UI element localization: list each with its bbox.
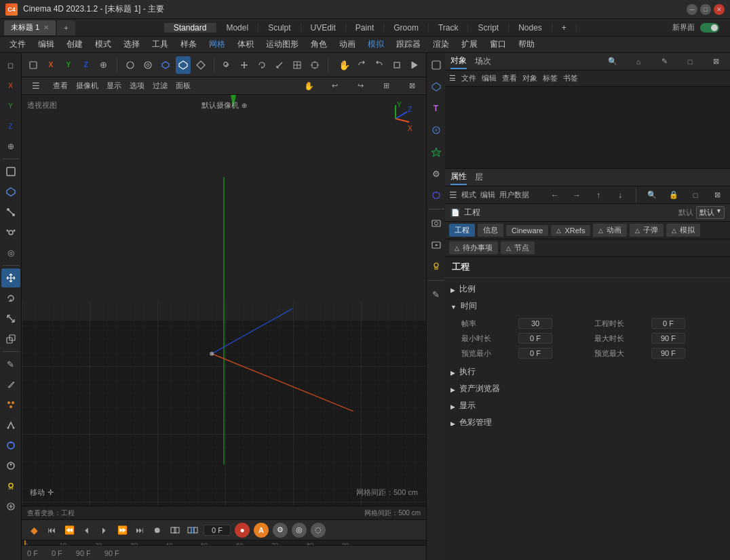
tl-motion-btn[interactable]: ◎ — [292, 523, 307, 538]
tab-properties[interactable]: 属性 — [450, 169, 467, 185]
tag-todo[interactable]: △ 待办事项 — [449, 241, 498, 254]
vp-icon-diamond[interactable] — [193, 56, 208, 74]
obj-tool-tags[interactable]: 标签 — [543, 73, 558, 83]
tool-edge-mode[interactable] — [1, 203, 20, 222]
vp-icon-hand[interactable]: ✋ — [337, 56, 351, 74]
menu-spline[interactable]: 样条 — [175, 37, 202, 52]
menu-mograph[interactable]: 运动图形 — [261, 37, 304, 52]
tl-settings-btn[interactable]: ⚙ — [273, 523, 288, 538]
strip-camera[interactable] — [427, 214, 446, 233]
tab-close-button[interactable]: ✕ — [43, 24, 49, 31]
prop-tool-edit[interactable]: 编辑 — [480, 190, 495, 200]
tag-animation[interactable]: △ 动画 — [593, 224, 627, 237]
menu-simulate[interactable]: 模拟 — [362, 37, 389, 52]
menu-render[interactable]: 渲染 — [427, 37, 455, 52]
tl-play-fwd-btn[interactable]: ⏵ — [98, 523, 111, 537]
mode-groom[interactable]: Groom — [384, 23, 429, 33]
prop-nav-left[interactable]: ← — [546, 186, 564, 204]
obj-expand-icon[interactable]: □ — [681, 53, 699, 71]
tool-select[interactable]: ◻ — [1, 56, 20, 75]
obj-tool-object[interactable]: 对象 — [522, 73, 537, 83]
obj-search-icon[interactable]: 🔍 — [604, 53, 621, 71]
vp-icon-undo2[interactable]: ↩ — [326, 77, 343, 95]
tl-prev-key-btn[interactable]: ⏪ — [62, 523, 76, 537]
tl-start-btn[interactable]: ⏮ — [45, 523, 58, 537]
strip-fx[interactable] — [427, 142, 446, 161]
viewport-canvas[interactable]: 透视视图 默认摄像机 ⊕ Y Z X — [22, 95, 426, 506]
menu-edit[interactable]: 编辑 — [33, 37, 60, 52]
mode-model[interactable]: Model — [216, 23, 258, 33]
vp-icon-snap[interactable] — [307, 56, 322, 74]
menu-tracker[interactable]: 跟踪器 — [391, 37, 426, 52]
tool-deformer[interactable] — [1, 416, 20, 435]
new-interface-switch[interactable] — [700, 23, 719, 33]
strip-light[interactable] — [427, 257, 446, 276]
obj-tool-file[interactable]: 文件 — [461, 73, 476, 83]
tab-untitled1[interactable]: 未标题 1 ✕ — [4, 20, 56, 35]
vp-hamburger[interactable]: ☰ — [27, 77, 45, 95]
prop-content[interactable]: 比例 时间 帧率 30 — [445, 278, 730, 426]
tl-step-back-btn[interactable]: ⏴ — [80, 523, 94, 537]
vp-icon-z[interactable]: Z — [79, 56, 94, 74]
tool-multi-select[interactable] — [1, 329, 20, 348]
vp-icon-undo[interactable] — [354, 56, 369, 74]
menu-help[interactable]: 帮助 — [513, 37, 540, 52]
menu-file[interactable]: 文件 — [4, 37, 31, 52]
vp-icon-redo[interactable] — [372, 56, 387, 74]
tool-particles[interactable] — [1, 395, 20, 414]
menu-select[interactable]: 选择 — [118, 37, 145, 52]
strip-misc2[interactable]: ✎ — [427, 285, 446, 304]
prop-section-assets[interactable]: 资产浏览器 — [445, 380, 730, 397]
tag-info[interactable]: 信息 — [478, 224, 503, 237]
prop-hamburger[interactable]: ☰ — [449, 190, 457, 200]
vp-icon-active-obj[interactable] — [176, 56, 191, 74]
vp-icon-torus[interactable] — [140, 56, 155, 74]
prop-nav-right[interactable]: → — [568, 186, 585, 204]
tag-bullet[interactable]: △ 子弹 — [630, 224, 664, 237]
prop-expand2[interactable]: ⊠ — [708, 186, 726, 204]
minimize-button[interactable]: ─ — [687, 4, 697, 15]
prop-default-dropdown[interactable]: 默认 ▼ — [696, 206, 725, 219]
prop-tool-mode[interactable]: 模式 — [461, 190, 476, 200]
tl-keyframe-btn[interactable]: ◆ — [27, 523, 41, 537]
obj-layout-icon[interactable]: ⊠ — [707, 53, 725, 71]
tl-extra-btn[interactable]: ◌ — [311, 523, 326, 538]
vp-icon-rotate-obj[interactable] — [254, 56, 269, 74]
tab-layers[interactable]: 层 — [475, 170, 483, 184]
vp-icon-y[interactable]: Y — [61, 56, 76, 74]
vp-icon-right-panel[interactable]: ✋ — [300, 77, 318, 95]
tag-simulate[interactable]: △ 模拟 — [666, 224, 700, 237]
tool-y-axis[interactable]: Y — [1, 96, 20, 115]
vp-icon-undo-obj[interactable] — [26, 56, 41, 74]
vp-menu-panel[interactable]: 面板 — [176, 81, 191, 91]
prop-tool-userdata[interactable]: 用户数据 — [499, 190, 529, 200]
vp-menu-view[interactable]: 查看 — [53, 81, 68, 91]
tool-world[interactable]: ⊕ — [1, 137, 20, 156]
vp-icon-world[interactable]: ⊕ — [96, 56, 111, 74]
tag-nodes[interactable]: △ 节点 — [501, 241, 535, 254]
menu-character[interactable]: 角色 — [305, 37, 332, 52]
tool-deform[interactable]: ◎ — [1, 243, 20, 262]
menu-extensions[interactable]: 扩展 — [456, 37, 483, 52]
mode-sculpt[interactable]: Sculpt — [258, 23, 301, 33]
tool-misc[interactable] — [1, 497, 20, 516]
vp-icon-layout[interactable]: ⊞ — [377, 77, 395, 95]
tl-end-btn[interactable]: ⏺ — [151, 523, 164, 537]
obj-tool-edit[interactable]: 编辑 — [482, 73, 497, 83]
tl-record-btn[interactable]: ● — [235, 523, 250, 538]
prop-section-scale[interactable]: 比例 — [445, 281, 730, 298]
menu-window[interactable]: 窗口 — [484, 37, 512, 52]
strip-obj-mode[interactable] — [427, 56, 446, 75]
prop-expand1[interactable]: □ — [687, 186, 704, 204]
vp-icon-fullscreen[interactable]: ⊠ — [403, 77, 421, 95]
close-button[interactable]: ✕ — [714, 4, 725, 15]
tag-project[interactable]: 工程 — [449, 224, 475, 237]
value-preview-min[interactable]: 0 F — [518, 348, 552, 359]
tool-object-mode[interactable] — [1, 162, 20, 181]
tool-rotate[interactable] — [1, 289, 20, 308]
prop-section-display[interactable]: 显示 — [445, 397, 730, 414]
value-project-len[interactable]: 0 F — [651, 318, 685, 329]
mode-nodes[interactable]: Nodes — [509, 23, 552, 33]
menu-mode[interactable]: 模式 — [90, 37, 117, 52]
tl-frame-field[interactable]: 0 F — [204, 525, 231, 536]
